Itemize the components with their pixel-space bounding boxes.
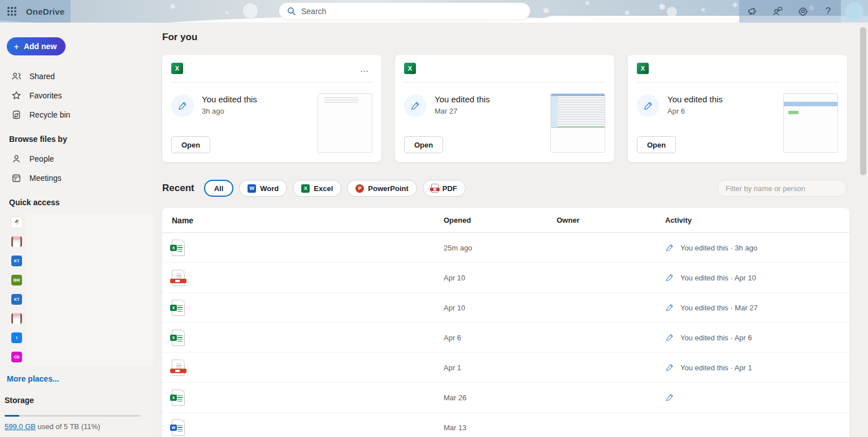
quick-access-item[interactable]: KT — [0, 289, 153, 309]
app-launcher-icon[interactable] — [6, 5, 18, 18]
quick-access-item[interactable]: CD — [0, 347, 153, 366]
storage-section: Storage 599.0 GB used of 5 TB (11%) — [0, 383, 153, 431]
opened-cell: 25m ago — [444, 244, 557, 252]
photo-site-icon — [11, 236, 22, 247]
sidebar-item-label: Shared — [29, 72, 55, 81]
initials-tile-icon: KT — [11, 294, 22, 305]
opened-cell: Apr 10 — [444, 274, 557, 282]
search-bar[interactable] — [279, 3, 530, 19]
quick-access-item[interactable] — [0, 213, 153, 232]
open-button[interactable]: Open — [404, 136, 443, 153]
avatar[interactable] — [845, 2, 863, 20]
word-file-icon: W — [172, 419, 185, 436]
powerpoint-icon: P — [355, 184, 364, 193]
snowflake-icon: ❄ — [542, 6, 550, 16]
opened-cell: Apr 1 — [444, 364, 557, 372]
snowflake-icon: ❄ — [585, 0, 589, 6]
table-row[interactable]: X Mar 26 — [162, 383, 849, 413]
pencil-icon — [665, 243, 674, 252]
quick-access-item[interactable] — [0, 309, 153, 328]
card-header: X ... — [171, 55, 372, 83]
pencil-icon — [665, 273, 674, 282]
quick-access-item[interactable]: I — [0, 328, 153, 347]
pencil-icon — [404, 94, 427, 117]
table-row[interactable]: X Apr 10 You edited this · Mar 27 — [162, 293, 849, 323]
storage-progress-fill — [5, 415, 19, 417]
filter-pill-all[interactable]: All — [204, 180, 234, 197]
snowflake-icon: ❄ — [701, 7, 705, 13]
vertical-scrollbar[interactable] — [860, 27, 866, 175]
browse-files-by-header: Browse files by — [0, 124, 153, 149]
pdf-file-icon — [172, 270, 185, 286]
file-thumbnail — [318, 93, 372, 153]
excel-file-icon: X — [172, 300, 185, 316]
storage-header: Storage — [5, 396, 140, 405]
sidebar-item-people[interactable]: People — [0, 149, 153, 168]
avatar-tile — [841, 0, 868, 23]
calendar-icon — [11, 173, 21, 183]
activity-text: You edited this · Apr 1 — [680, 364, 752, 372]
for-you-card[interactable]: X You edited this Mar 27 Open — [395, 55, 614, 162]
sidebar-item-label: Favorites — [29, 91, 62, 100]
table-row[interactable]: X Apr 6 You edited this · Apr 6 — [162, 323, 849, 353]
question-mark-icon[interactable]: ? — [815, 0, 841, 23]
sidebar-item-meetings[interactable]: Meetings — [0, 168, 153, 188]
quick-access-item[interactable]: KT — [0, 251, 153, 270]
sidebar-item-favorites[interactable]: Favorites — [0, 86, 153, 105]
open-button[interactable]: Open — [171, 136, 210, 153]
sidebar-item-label: People — [29, 154, 54, 163]
column-header-owner[interactable]: Owner — [557, 216, 665, 224]
snowflake-icon: ❄ — [225, 10, 229, 16]
person-feedback-icon[interactable] — [765, 0, 790, 23]
pill-label: Excel — [314, 184, 333, 193]
quick-access-item[interactable]: BW — [0, 270, 153, 289]
column-header-activity[interactable]: Activity — [665, 216, 849, 224]
excel-icon: X — [301, 184, 310, 193]
column-header-opened[interactable]: Opened — [444, 216, 557, 224]
shared-people-icon — [11, 71, 21, 81]
excel-file-icon: X — [637, 63, 649, 74]
activity-text: You edited this · Apr 6 — [680, 334, 752, 342]
sidebar-item-recycle-bin[interactable]: Recycle bin — [0, 105, 153, 124]
for-you-card[interactable]: X ... You edited this 3h ago Open — [162, 55, 381, 162]
search-input[interactable] — [301, 7, 522, 16]
excel-file-icon: X — [404, 63, 416, 74]
photo-site-icon — [11, 313, 22, 324]
opened-cell: Apr 10 — [444, 304, 557, 312]
add-new-button[interactable]: + Add new — [7, 37, 66, 55]
more-places-link[interactable]: More places... — [7, 374, 59, 383]
table-row[interactable]: W Mar 13 — [162, 413, 849, 437]
opened-cell: Mar 26 — [444, 393, 557, 402]
open-button[interactable]: Open — [637, 136, 676, 153]
filter-pill-excel[interactable]: X Excel — [293, 180, 341, 197]
excel-file-icon: X — [172, 330, 185, 346]
megaphone-icon[interactable] — [739, 0, 765, 23]
file-thumbnail — [550, 93, 605, 153]
person-icon — [11, 154, 21, 164]
for-you-title: For you — [162, 32, 868, 43]
opened-cell: Apr 6 — [444, 334, 557, 342]
activity-text: You edited this · 3h ago — [680, 244, 757, 252]
table-row[interactable]: Apr 10 You edited this · Apr 10 — [162, 263, 849, 293]
excel-file-icon: X — [171, 63, 183, 74]
column-header-name[interactable]: Name — [162, 216, 444, 225]
quick-access-item[interactable] — [0, 232, 153, 251]
pencil-icon — [665, 303, 674, 312]
initials-tile-icon: I — [11, 332, 22, 343]
more-options-icon[interactable]: ... — [357, 63, 372, 75]
gear-icon[interactable] — [790, 0, 815, 23]
table-row[interactable]: X 25m ago You edited this · 3h ago — [162, 233, 849, 263]
filter-pill-pdf[interactable]: PDF — [423, 180, 466, 197]
filter-pill-word[interactable]: W Word — [239, 180, 287, 197]
search-icon — [287, 7, 296, 16]
storage-used-link[interactable]: 599.0 GB — [5, 422, 36, 431]
browse-nav: People Meetings — [0, 149, 153, 188]
table-row[interactable]: Apr 1 You edited this · Apr 1 — [162, 353, 849, 383]
snow-blob-decoration — [243, 3, 258, 18]
sidebar-item-shared[interactable]: Shared — [0, 67, 153, 86]
filter-by-name-input[interactable] — [717, 180, 847, 197]
table-header-row: Name Opened Owner Activity — [162, 208, 849, 233]
filter-pill-powerpoint[interactable]: P PowerPoint — [347, 180, 417, 197]
star-icon — [11, 90, 21, 101]
for-you-card[interactable]: X You edited this Apr 6 Open — [628, 55, 847, 162]
